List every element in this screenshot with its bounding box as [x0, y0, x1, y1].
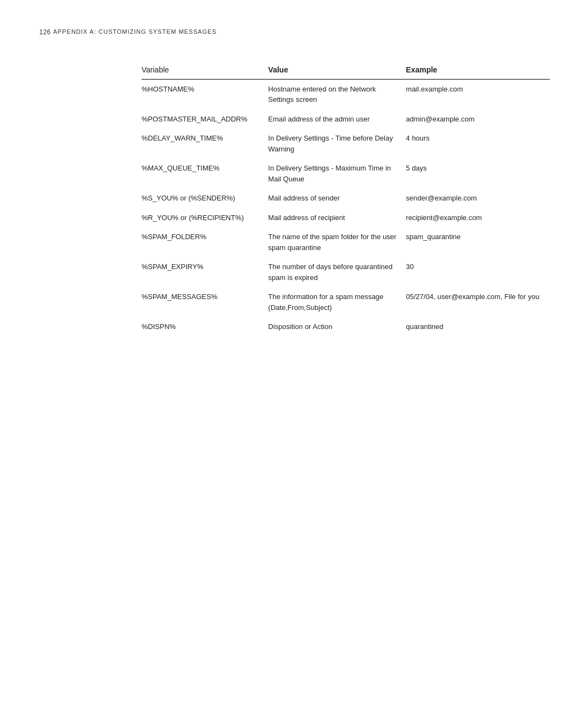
cell-value: The information for a spam message (Date…: [268, 287, 406, 317]
cell-value: Disposition or Action: [268, 317, 406, 337]
cell-example: sender@example.com: [406, 188, 550, 208]
table-row: %S_YOU% or (%SENDER%)Mail address of sen…: [142, 188, 550, 208]
cell-variable: %SPAM_MESSAGES%: [142, 287, 268, 317]
cell-variable: %DISPN%: [142, 317, 268, 337]
cell-variable: %HOSTNAME%: [142, 79, 268, 109]
cell-value: Email address of the admin user: [268, 109, 406, 129]
cell-value: In Delivery Settings - Maximum Time in M…: [268, 159, 406, 188]
cell-variable: %POSTMASTER_MAIL_ADDR%: [142, 109, 268, 129]
cell-example: spam_quarantine: [406, 227, 550, 257]
cell-variable: %R_YOU% or (%RECIPIENT%): [142, 208, 268, 228]
cell-example: quarantined: [406, 317, 550, 337]
cell-value: Mail address of recipient: [268, 208, 406, 228]
variables-table: Variable Value Example %HOSTNAME%Hostnam…: [142, 65, 550, 337]
page-number: 126: [39, 28, 51, 36]
table-row: %DELAY_WARN_TIME%In Delivery Settings - …: [142, 129, 550, 159]
cell-value: Hostname entered on the Network Settings…: [268, 79, 406, 109]
table-row: %DISPN%Disposition or Actionquarantined: [142, 317, 550, 337]
cell-variable: %SPAM_FOLDER%: [142, 227, 268, 257]
content-area: Variable Value Example %HOSTNAME%Hostnam…: [142, 65, 550, 337]
cell-example: 4 hours: [406, 129, 550, 159]
column-header-value: Value: [268, 65, 406, 78]
table-row: %POSTMASTER_MAIL_ADDR%Email address of t…: [142, 109, 550, 129]
cell-value: In Delivery Settings - Time before Delay…: [268, 129, 406, 159]
header-title: Appendix A: Customizing System Messages: [53, 28, 217, 36]
cell-example: recipient@example.com: [406, 208, 550, 228]
column-header-variable: Variable: [142, 65, 268, 78]
cell-value: The name of the spam folder for the user…: [268, 227, 406, 257]
cell-variable: %S_YOU% or (%SENDER%): [142, 188, 268, 208]
cell-variable: %MAX_QUEUE_TIME%: [142, 159, 268, 188]
cell-value: The number of days before quarantined sp…: [268, 257, 406, 287]
table-row: %R_YOU% or (%RECIPIENT%)Mail address of …: [142, 208, 550, 228]
table-row: %HOSTNAME%Hostname entered on the Networ…: [142, 79, 550, 109]
cell-variable: %DELAY_WARN_TIME%: [142, 129, 268, 159]
cell-example: 30: [406, 257, 550, 287]
cell-variable: %SPAM_EXPIRY%: [142, 257, 268, 287]
table-row: %SPAM_FOLDER%The name of the spam folder…: [142, 227, 550, 257]
cell-example: 05/27/04, user@example.com, File for you: [406, 287, 550, 317]
cell-example: 5 days: [406, 159, 550, 188]
table-row: %SPAM_EXPIRY%The number of days before q…: [142, 257, 550, 287]
table-row: %MAX_QUEUE_TIME%In Delivery Settings - M…: [142, 159, 550, 188]
table-row: %SPAM_MESSAGES%The information for a spa…: [142, 287, 550, 317]
page-header: 126 Appendix A: Customizing System Messa…: [39, 28, 217, 36]
cell-value: Mail address of sender: [268, 188, 406, 208]
column-header-example: Example: [406, 65, 550, 78]
cell-example: admin@example.com: [406, 109, 550, 129]
cell-example: mail.example.com: [406, 79, 550, 109]
